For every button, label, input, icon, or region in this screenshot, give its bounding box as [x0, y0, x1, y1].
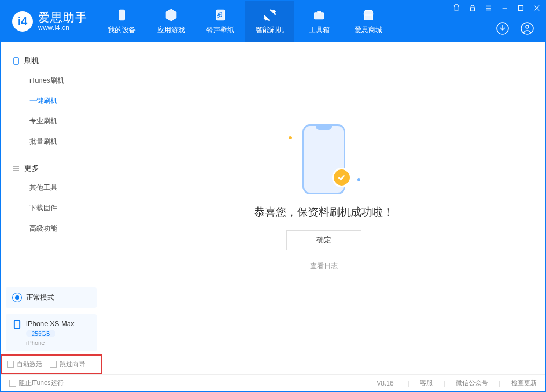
- group-title: 更多: [24, 164, 39, 173]
- svg-rect-4: [471, 8, 475, 11]
- nav-smart-flash[interactable]: 智能刷机: [245, 1, 294, 42]
- window-controls: [452, 4, 541, 12]
- success-illustration: [292, 124, 356, 194]
- nav-ringtone-wallpaper[interactable]: 铃声壁纸: [196, 1, 245, 42]
- app-name: 爱思助手: [38, 11, 87, 24]
- store-icon: [361, 8, 375, 22]
- music-file-icon: [213, 8, 227, 22]
- device-name: iPhone XS Max: [26, 320, 75, 328]
- menu-icon[interactable]: [484, 4, 493, 12]
- check-badge-icon: [332, 168, 351, 187]
- nav-label: 智能刷机: [256, 25, 284, 35]
- sidebar-item-other-tools[interactable]: 其他工具: [1, 177, 102, 198]
- shirt-icon[interactable]: [452, 4, 461, 12]
- checkbox-block-itunes[interactable]: 阻止iTunes运行: [9, 379, 64, 388]
- checkbox-label: 跳过向导: [60, 360, 85, 369]
- sidebar-item-one-click-flash[interactable]: 一键刷机: [1, 91, 102, 111]
- ok-button[interactable]: 确定: [286, 230, 361, 250]
- view-log-link[interactable]: 查看日志: [310, 261, 338, 271]
- mode-label: 正常模式: [26, 293, 54, 302]
- nav-apps-games[interactable]: 应用游戏: [146, 1, 196, 42]
- app-url: www.i4.cn: [38, 25, 87, 32]
- title-bar: i4 爱思助手 www.i4.cn 我的设备 应用游戏 铃声壁纸 智能刷机 工具…: [1, 1, 545, 42]
- checkbox-icon: [9, 380, 16, 387]
- lock-icon[interactable]: [468, 4, 477, 12]
- svg-rect-0: [119, 10, 125, 20]
- nav-label: 铃声壁纸: [206, 25, 234, 35]
- checkbox-label: 阻止iTunes运行: [19, 379, 64, 388]
- nav-label: 爱思商城: [355, 25, 382, 35]
- checkbox-skip-guide[interactable]: 跳过向导: [50, 360, 85, 369]
- checkbox-label: 自动激活: [17, 360, 42, 369]
- briefcase-icon: [312, 8, 326, 22]
- main-nav: 我的设备 应用游戏 铃声壁纸 智能刷机 工具箱 爱思商城: [97, 1, 393, 42]
- sidebar-item-batch-flash[interactable]: 批量刷机: [1, 131, 102, 152]
- nav-my-device[interactable]: 我的设备: [97, 1, 146, 42]
- nav-toolbox[interactable]: 工具箱: [294, 1, 344, 42]
- group-header-more: 更多: [1, 159, 102, 177]
- success-message: 恭喜您，保资料刷机成功啦！: [254, 205, 394, 219]
- status-bar: 阻止iTunes运行 V8.16 | 客服 | 微信公众号 | 检查更新: [1, 374, 545, 391]
- download-icon[interactable]: [495, 21, 510, 36]
- logo-text: 爱思助手 www.i4.cn: [38, 11, 87, 31]
- separator: |: [499, 380, 500, 387]
- checkbox-icon: [7, 361, 14, 368]
- link-check-update[interactable]: 检查更新: [511, 379, 537, 388]
- svg-rect-10: [14, 320, 20, 328]
- device-info: iPhone XS Max 256GB iPhone: [26, 320, 75, 346]
- bottom-options-highlight: 自动激活 跳过向导: [1, 354, 102, 374]
- nav-label: 应用游戏: [157, 25, 185, 35]
- svg-rect-9: [14, 58, 18, 64]
- sparkle-icon: [357, 178, 360, 181]
- svg-rect-5: [519, 6, 523, 11]
- device-box[interactable]: iPhone XS Max 256GB iPhone: [6, 314, 97, 351]
- version-label: V8.16: [377, 380, 393, 387]
- storage-badge: 256GB: [26, 330, 55, 337]
- body: 刷机 iTunes刷机 一键刷机 专业刷机 批量刷机 更多 其他工具 下载固件 …: [1, 42, 545, 374]
- device-small-icon: [12, 57, 20, 65]
- device-type: iPhone: [26, 339, 75, 346]
- phone-icon: [12, 320, 22, 329]
- phone-illustration: [302, 124, 345, 194]
- svg-rect-2: [314, 13, 323, 19]
- sparkle-icon: [289, 136, 292, 139]
- status-right: V8.16 | 客服 | 微信公众号 | 检查更新: [377, 379, 537, 388]
- separator: |: [444, 380, 445, 387]
- separator: |: [408, 380, 409, 387]
- svg-point-8: [526, 25, 529, 28]
- sidebar-item-advanced[interactable]: 高级功能: [1, 218, 102, 239]
- sidebar-item-itunes-flash[interactable]: iTunes刷机: [1, 70, 102, 91]
- group-title: 刷机: [24, 56, 39, 66]
- sidebar-item-download-firmware[interactable]: 下载固件: [1, 198, 102, 218]
- checkbox-auto-activate[interactable]: 自动激活: [7, 360, 42, 369]
- maximize-icon[interactable]: [517, 4, 525, 12]
- mode-radio-icon: [12, 293, 22, 302]
- device-icon: [115, 8, 129, 22]
- list-icon: [12, 165, 20, 172]
- group-header-flash: 刷机: [1, 52, 102, 70]
- svg-rect-3: [318, 11, 321, 12]
- logo-area: i4 爱思助手 www.i4.cn: [1, 1, 97, 42]
- link-wechat[interactable]: 微信公众号: [456, 379, 488, 388]
- main-content: 恭喜您，保资料刷机成功啦！ 确定 查看日志: [102, 42, 545, 374]
- refresh-icon: [263, 8, 277, 22]
- profile-icon[interactable]: [520, 21, 535, 36]
- user-controls: [495, 21, 535, 36]
- checkbox-icon: [50, 361, 57, 368]
- close-icon[interactable]: [533, 4, 541, 12]
- nav-store[interactable]: 爱思商城: [344, 1, 393, 42]
- minimize-icon[interactable]: [500, 4, 509, 12]
- mode-box[interactable]: 正常模式: [6, 287, 97, 308]
- app-logo-icon: i4: [12, 11, 33, 32]
- sidebar-item-pro-flash[interactable]: 专业刷机: [1, 111, 102, 131]
- nav-label: 我的设备: [108, 25, 136, 35]
- cube-icon: [164, 8, 178, 22]
- link-support[interactable]: 客服: [420, 379, 433, 388]
- nav-label: 工具箱: [309, 25, 330, 35]
- sidebar: 刷机 iTunes刷机 一键刷机 专业刷机 批量刷机 更多 其他工具 下载固件 …: [1, 42, 102, 374]
